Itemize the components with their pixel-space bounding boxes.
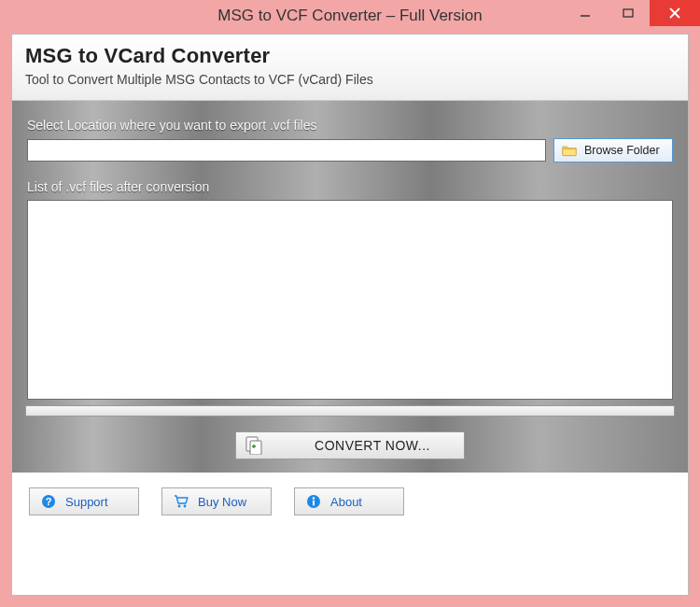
- folder-icon: [562, 144, 577, 157]
- support-label: Support: [65, 495, 108, 509]
- minimize-button[interactable]: [564, 0, 607, 26]
- close-icon: [668, 7, 681, 20]
- window-controls: [564, 0, 700, 26]
- header-panel: MSG to VCard Converter Tool to Convert M…: [12, 35, 688, 101]
- main-panel: Select Location where you want to export…: [12, 101, 688, 473]
- maximize-icon: [623, 7, 634, 19]
- convert-now-button[interactable]: CONVERT NOW...: [235, 431, 465, 459]
- help-icon: ?: [41, 494, 56, 509]
- converted-files-list[interactable]: [27, 200, 673, 400]
- app-subtitle: Tool to Convert Multiple MSG Contacts to…: [25, 72, 675, 87]
- svg-point-11: [313, 497, 315, 499]
- svg-text:?: ?: [46, 496, 52, 507]
- support-button[interactable]: ? Support: [29, 487, 139, 515]
- maximize-button[interactable]: [607, 0, 650, 26]
- cart-icon: [174, 494, 189, 509]
- list-label: List of .vcf files after conversion: [27, 179, 673, 194]
- svg-rect-1: [623, 9, 633, 17]
- svg-rect-12: [313, 501, 315, 506]
- browse-folder-label: Browse Folder: [584, 144, 660, 157]
- about-label: About: [330, 495, 362, 509]
- svg-point-8: [178, 505, 181, 508]
- buy-now-button[interactable]: Buy Now: [161, 487, 272, 515]
- app-title: MSG to VCard Converter: [25, 44, 675, 68]
- export-row: Browse Folder: [27, 138, 673, 162]
- app-frame: MSG to VCard Converter Tool to Convert M…: [11, 34, 689, 596]
- svg-rect-5: [250, 441, 261, 455]
- window-titlebar: MSG to VCF Converter – Full Version: [0, 0, 700, 32]
- convert-now-label: CONVERT NOW...: [290, 438, 455, 453]
- minimize-icon: [580, 7, 591, 19]
- export-location-label: Select Location where you want to export…: [27, 118, 673, 133]
- svg-point-9: [184, 505, 187, 508]
- export-path-input[interactable]: [27, 139, 546, 162]
- convert-icon: [245, 436, 262, 455]
- about-button[interactable]: About: [294, 487, 404, 515]
- browse-folder-button[interactable]: Browse Folder: [553, 138, 673, 162]
- footer: ? Support Buy Now About: [12, 473, 688, 532]
- progress-bar: [25, 405, 675, 416]
- buy-now-label: Buy Now: [198, 495, 246, 509]
- info-icon: [306, 494, 321, 509]
- close-button[interactable]: [650, 0, 700, 26]
